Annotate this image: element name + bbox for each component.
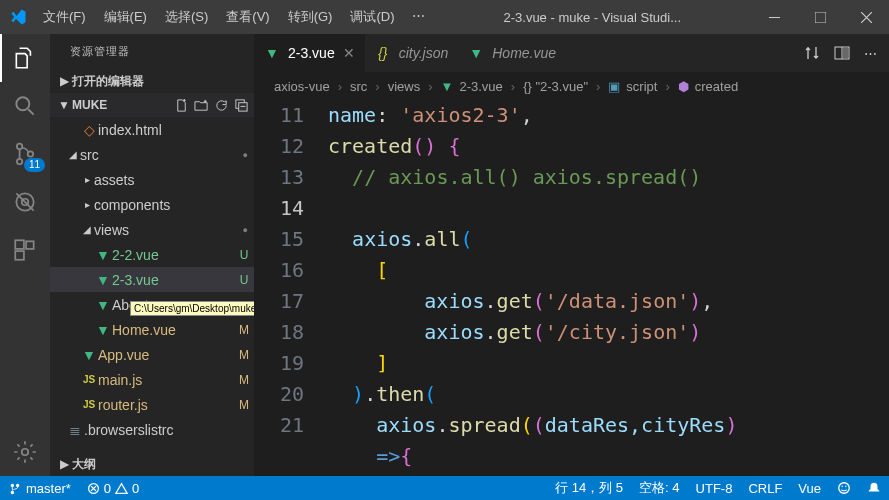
new-file-icon[interactable] (172, 98, 190, 113)
tree-label: components (94, 197, 254, 213)
svg-rect-9 (26, 241, 34, 249)
activity-search[interactable] (0, 82, 50, 130)
tree-file-index-html[interactable]: ◇ index.html (50, 117, 254, 142)
crumb[interactable]: ⬢ created (678, 79, 738, 94)
tree-file-router-js[interactable]: JS router.js M (50, 392, 254, 417)
section-open-editors[interactable]: ▶ 打开的编辑器 (50, 69, 254, 93)
menu-file[interactable]: 文件(F) (35, 4, 94, 30)
menu-selection[interactable]: 选择(S) (157, 4, 216, 30)
activity-explorer[interactable] (0, 34, 50, 82)
activity-extensions[interactable] (0, 226, 50, 274)
crumb[interactable]: src (350, 79, 367, 94)
status-notifications-icon[interactable] (859, 476, 889, 500)
title-bar: 文件(F) 编辑(E) 选择(S) 查看(V) 转到(G) 调试(D) ⋯ 2-… (0, 0, 889, 34)
section-outline[interactable]: ▶ 大纲 (50, 452, 254, 476)
close-icon[interactable]: ✕ (343, 45, 355, 61)
config-file-icon: ≣ (66, 422, 84, 438)
tab-home-vue[interactable]: ▼ Home.vue (458, 34, 566, 72)
crumb[interactable]: ▣ script (608, 79, 657, 94)
git-status: M (234, 323, 254, 337)
js-file-icon: JS (80, 399, 98, 410)
html-file-icon: ◇ (80, 122, 98, 138)
svg-rect-0 (769, 17, 780, 18)
tree-label: views (94, 222, 243, 238)
tab-city-json[interactable]: {} city.json (365, 34, 459, 72)
tree-folder-src[interactable]: ◢ src ● (50, 142, 254, 167)
menu-view[interactable]: 查看(V) (218, 4, 277, 30)
svg-point-11 (22, 449, 29, 456)
vue-file-icon: ▼ (441, 79, 454, 94)
refresh-icon[interactable] (212, 98, 230, 113)
split-editor-icon[interactable] (834, 45, 850, 61)
tree-file-app-vue[interactable]: ▼ App.vue M (50, 342, 254, 367)
dirty-indicator-icon: ● (243, 225, 254, 235)
status-indent[interactable]: 空格: 4 (631, 476, 687, 500)
crumb[interactable]: views (388, 79, 421, 94)
activity-settings[interactable] (0, 428, 50, 476)
vscode-logo-icon (0, 8, 35, 26)
tree-file-2-2-vue[interactable]: ▼ 2-2.vue U (50, 242, 254, 267)
method-icon: ⬢ (678, 79, 689, 94)
tree-file-home-vue[interactable]: ▼ Home.vue M (50, 317, 254, 342)
menu-debug[interactable]: 调试(D) (342, 4, 402, 30)
dirty-indicator-icon: ● (243, 150, 254, 160)
chevron-right-icon: ▶ (56, 457, 72, 471)
code-lines[interactable]: name: 'axios2-3',created() { // axios.al… (328, 100, 889, 476)
svg-rect-15 (843, 48, 848, 58)
tab-label: city.json (399, 45, 449, 61)
tree-label: main.js (98, 372, 234, 388)
vue-file-icon: ▼ (94, 247, 112, 263)
menu-edit[interactable]: 编辑(E) (96, 4, 155, 30)
maximize-button[interactable] (797, 0, 843, 34)
vue-file-icon: ▼ (468, 45, 484, 61)
svg-rect-8 (15, 240, 24, 249)
crumb[interactable]: axios-vue (274, 79, 330, 94)
tree-folder-views[interactable]: ◢ views ● (50, 217, 254, 242)
status-language[interactable]: Vue (790, 476, 829, 500)
section-label: MUKE (72, 98, 172, 112)
vue-file-icon: ▼ (94, 297, 112, 313)
svg-point-17 (839, 483, 850, 494)
menu-more-icon[interactable]: ⋯ (404, 4, 433, 30)
tree-file-2-3-vue[interactable]: ▼ 2-3.vue U (50, 267, 254, 292)
more-actions-icon[interactable]: ⋯ (864, 46, 877, 61)
tab-bar: ▼ 2-3.vue ✕ {} city.json ▼ Home.vue ⋯ (254, 34, 889, 72)
compare-changes-icon[interactable] (804, 45, 820, 61)
tree-label: Home.vue (112, 322, 234, 338)
breadcrumb: axios-vue› src› views› ▼ 2-3.vue› {} "2-… (254, 72, 889, 100)
activity-scm[interactable]: 11 (0, 130, 50, 178)
svg-point-3 (17, 144, 22, 149)
new-folder-icon[interactable] (192, 98, 210, 113)
menu-goto[interactable]: 转到(G) (280, 4, 341, 30)
tree-file-main-js[interactable]: JS main.js M (50, 367, 254, 392)
status-bar: master* 0 0 行 14，列 5 空格: 4 UTF-8 CRLF Vu… (0, 476, 889, 500)
crumb[interactable]: ▼ 2-3.vue (441, 79, 503, 94)
activity-debug[interactable] (0, 178, 50, 226)
collapse-all-icon[interactable] (232, 98, 250, 113)
status-problems[interactable]: 0 0 (79, 476, 147, 500)
minimize-button[interactable] (751, 0, 797, 34)
tree-label: router.js (98, 397, 234, 413)
vue-file-icon: ▼ (94, 272, 112, 288)
section-project[interactable]: ▼ MUKE (50, 93, 254, 117)
scm-badge: 11 (24, 158, 45, 172)
crumb[interactable]: {} "2-3.vue" (523, 79, 588, 94)
status-feedback-icon[interactable] (829, 476, 859, 500)
status-encoding[interactable]: UTF-8 (688, 476, 741, 500)
chevron-down-icon: ▼ (56, 98, 72, 112)
status-eol[interactable]: CRLF (740, 476, 790, 500)
tab-label: 2-3.vue (288, 45, 335, 61)
close-button[interactable] (843, 0, 889, 34)
status-cursor[interactable]: 行 14，列 5 (547, 476, 631, 500)
code-editor[interactable]: 11 12 13 14 15 16 17 18 19 20 21 name: '… (254, 100, 889, 476)
tree-file-browserslistrc[interactable]: ≣ .browserslistrc (50, 417, 254, 442)
path-tooltip: C:\Users\gm\Desktop\muke\axios-vue\src\v… (130, 301, 254, 316)
tab-2-3-vue[interactable]: ▼ 2-3.vue ✕ (254, 34, 365, 72)
git-status: M (234, 348, 254, 362)
tree-folder-assets[interactable]: ▸ assets (50, 167, 254, 192)
svg-rect-10 (15, 251, 24, 260)
status-branch[interactable]: master* (0, 476, 79, 500)
minimap[interactable] (833, 100, 889, 476)
explorer-sidebar: 资源管理器 ▶ 打开的编辑器 ▼ MUKE ◇ index.html ◢ src (50, 34, 254, 476)
tree-folder-components[interactable]: ▸ components (50, 192, 254, 217)
